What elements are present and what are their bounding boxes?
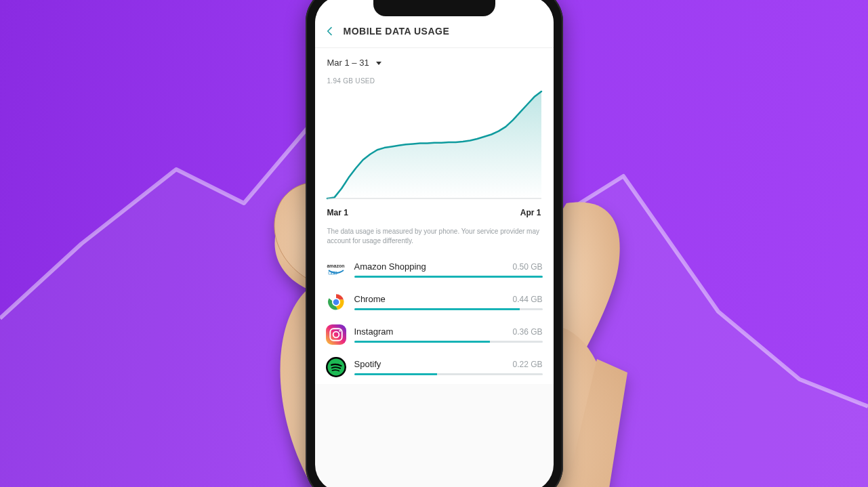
back-button[interactable] [321,22,339,41]
instagram-icon [326,324,346,345]
app-row[interactable]: amazonAmazon Shopping0.50 GB [315,254,554,287]
period-selector[interactable]: Mar 1 – 31 [315,48,554,72]
app-usage-bar [354,308,543,310]
used-label: 1.94 GB USED [315,72,554,86]
app-usage-bar [354,341,543,343]
app-row[interactable]: Spotify0.22 GB [315,352,554,384]
app-row[interactable]: Chrome0.44 GB [315,287,554,319]
usage-chart [315,86,554,205]
app-name: Instagram [354,326,394,337]
app-list: amazonAmazon Shopping0.50 GBChrome0.44 G… [315,254,554,384]
svg-point-6 [333,331,339,337]
app-usage-value: 0.22 GB [512,360,542,369]
app-info: Spotify0.22 GB [354,359,543,375]
chevron-left-icon [325,26,335,37]
amazon-icon: amazon [326,259,346,280]
app-row[interactable]: Instagram0.36 GB [315,319,554,352]
app-name: Amazon Shopping [354,261,426,272]
svg-point-7 [339,330,341,332]
disclaimer-text: The data usage is measured by your phone… [315,223,554,254]
app-info: Instagram0.36 GB [354,326,543,343]
spotify-icon [326,357,346,377]
phone-screen: MOBILE DATA USAGE Mar 1 – 31 1.94 GB USE… [315,0,554,487]
phone-frame: MOBILE DATA USAGE Mar 1 – 31 1.94 GB USE… [306,0,563,487]
chart-axis-labels: Mar 1 Apr 1 [315,205,554,223]
page-title: MOBILE DATA USAGE [344,26,450,37]
app-name: Chrome [354,294,386,304]
app-usage-bar [354,373,543,375]
caret-down-icon [375,59,383,67]
app-name: Spotify [354,359,381,369]
chrome-icon [326,292,346,312]
axis-end-label: Apr 1 [520,208,541,217]
phone-body: MOBILE DATA USAGE Mar 1 – 31 1.94 GB USE… [306,0,563,487]
usage-chart-svg [325,86,544,201]
app-usage-value: 0.50 GB [512,262,542,272]
app-info: Amazon Shopping0.50 GB [354,261,543,278]
app-usage-value: 0.44 GB [512,295,542,304]
period-label: Mar 1 – 31 [327,58,369,68]
phone-notch [373,0,495,16]
app-info: Chrome0.44 GB [354,294,543,310]
app-usage-bar [354,276,543,278]
app-usage-value: 0.36 GB [512,327,542,337]
axis-start-label: Mar 1 [327,208,348,217]
